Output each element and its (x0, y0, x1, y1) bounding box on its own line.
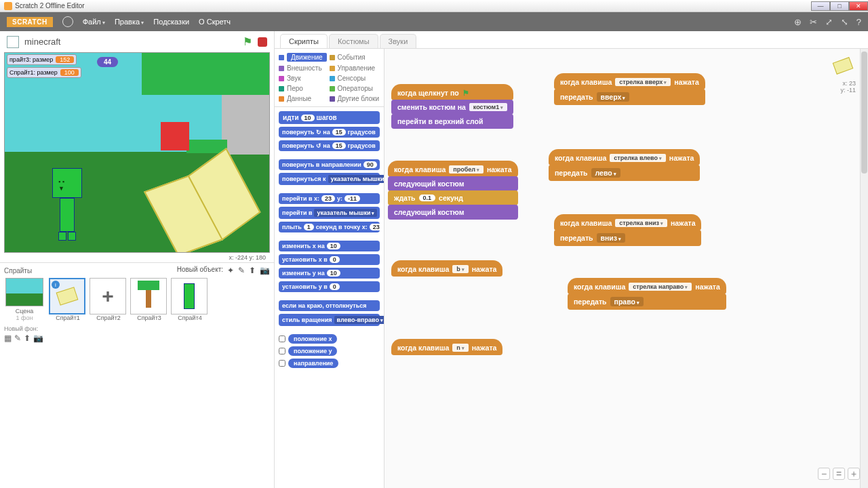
reporter-y[interactable]: положение y (279, 346, 380, 356)
menu-bar: SCRATCH Файл Правка Подсказки О Скретч ⊕… (0, 12, 868, 31)
lib-bg-icon[interactable]: ▦ (4, 333, 14, 343)
monitor-value: 100 (60, 69, 79, 76)
zoom-in-icon[interactable]: + (848, 468, 860, 480)
hat-green-flag: когда щелкнут по⚑ (391, 84, 513, 100)
grow-icon[interactable]: ⤢ (825, 17, 833, 27)
block-glide[interactable]: плыть1секунд в точку x:23 (279, 222, 380, 232)
block-switch-costume: сменить костюм накостюм1 (391, 100, 513, 115)
block-list: идти10шагов повернуть ↻ на15градусов пов… (275, 107, 384, 488)
choose-sprite-icon[interactable]: ✦ (227, 266, 234, 275)
script-stack-down[interactable]: когда клавишастрелка внизнажата передать… (554, 214, 701, 245)
sprite-item-2[interactable]: + Спрайт2 (90, 278, 127, 343)
cat-events[interactable]: События (330, 52, 380, 63)
camera-sprite-icon[interactable]: 📷 (260, 266, 270, 275)
cat-sensing[interactable]: Сенсоры (330, 73, 380, 83)
minimize-button[interactable]: — (811, 1, 830, 11)
script-stack-up[interactable]: когда клавишастрелка вверхнажата передат… (554, 73, 705, 104)
menu-edit[interactable]: Правка (115, 18, 144, 26)
stop-icon[interactable] (258, 37, 267, 47)
camera-bg-icon[interactable]: 📷 (33, 333, 46, 343)
stamp-icon[interactable]: ⊕ (794, 17, 802, 27)
block-goto-xy[interactable]: перейти в x:23y:-11 (279, 193, 380, 204)
paint-bg-icon[interactable]: ✎ (14, 333, 24, 343)
block-change-y[interactable]: изменить y на10 (279, 268, 380, 279)
info-icon[interactable]: i (52, 281, 60, 289)
sprites-heading: Спрайты (4, 267, 32, 274)
sprite-label: Спрайт1 (49, 314, 87, 321)
block-move[interactable]: идти10шагов (279, 111, 380, 124)
hat-key-right: когда клавишастрелка направонажата (568, 278, 726, 294)
script-stack-left[interactable]: когда клавишастрелка влевонажата передат… (549, 149, 700, 180)
tab-scripts[interactable]: Скрипты (280, 34, 328, 48)
reporter-dir[interactable]: направление (279, 359, 380, 368)
sprite-item-1[interactable]: i Спрайт1 (49, 278, 87, 343)
globe-icon[interactable] (62, 16, 73, 27)
script-stack-flag[interactable]: когда щелкнут по⚑ сменить костюм накостю… (391, 84, 513, 128)
block-point-to[interactable]: повернуться куказатель мышки (279, 173, 380, 185)
menu-about[interactable]: О Скретч (199, 18, 231, 26)
creeper-sprite[interactable]: ▪ ▪▼ (52, 168, 82, 243)
menu-tips[interactable]: Подсказки (153, 18, 189, 26)
variable-badge[interactable]: 44 (97, 57, 118, 67)
block-broadcast-left: передатьлево (549, 165, 700, 181)
tab-costumes[interactable]: Костюмы (329, 34, 378, 48)
block-turn-right[interactable]: повернуть ↻ на15градусов (279, 127, 380, 138)
script-stack-space[interactable]: когда клавишапробелнажата следующий кост… (388, 161, 518, 219)
help-icon[interactable]: ? (856, 17, 861, 27)
reporter-x[interactable]: положение x (279, 334, 380, 344)
cat-looks[interactable]: Внешность (279, 63, 330, 73)
brand-logo[interactable]: SCRATCH (7, 17, 53, 27)
cat-pen[interactable]: Перо (279, 83, 330, 94)
block-bounce[interactable]: если на краю, оттолкнуться (279, 300, 380, 311)
project-title[interactable]: minecraft (24, 37, 60, 47)
block-wait: ждать0.1секунд (388, 190, 518, 205)
sprite-item-4[interactable]: Спрайт4 (171, 278, 209, 343)
category-selector: Движение События Внешность Управление Зв… (275, 49, 384, 107)
cat-more[interactable]: Другие блоки (330, 94, 380, 104)
cat-motion[interactable]: Движение (279, 52, 330, 63)
stage-header: minecraft ⚑ (0, 31, 274, 52)
script-stack-right[interactable]: когда клавишастрелка направонажата перед… (568, 278, 726, 309)
upload-bg-icon[interactable]: ⬆ (24, 333, 33, 343)
script-stack-n[interactable]: когда клавишаnнажата (391, 339, 502, 354)
zoom-reset-icon[interactable]: = (833, 468, 845, 480)
monitor-value: 152 (56, 56, 74, 63)
block-turn-left[interactable]: повернуть ↺ на15градусов (279, 140, 380, 151)
cat-data[interactable]: Данные (279, 94, 330, 104)
block-change-x[interactable]: изменить x на10 (279, 241, 380, 251)
script-stack-b[interactable]: когда клавишаbнажата (391, 260, 502, 276)
stage[interactable]: ▪ ▪▼ прайт3: размер 152 Спрайт1: размер … (4, 52, 270, 253)
sprite-item-3[interactable]: Спрайт3 (130, 278, 168, 343)
block-point-dir[interactable]: повернуть в направлении90 (279, 159, 380, 170)
block-rotation-style[interactable]: стиль вращениявлево-вправо (279, 314, 380, 326)
fullscreen-icon[interactable] (7, 36, 19, 48)
maximize-button[interactable]: □ (830, 1, 849, 11)
monitor-sprite1-size[interactable]: Спрайт1: размер 100 (7, 67, 81, 78)
cat-sound[interactable]: Звук (279, 73, 330, 83)
scrollbar[interactable] (860, 49, 868, 488)
script-canvas[interactable]: x: 23y: -11 когда щелкнут по⚑ сменить ко… (384, 49, 868, 488)
monitor-sprite3-size[interactable]: прайт3: размер 152 (7, 54, 77, 65)
sprites-panel: Спрайты Новый объект: ✦ ✎ ⬆ 📷 Сцена 1 фо… (0, 262, 274, 488)
paint-sprite-icon[interactable]: ✎ (238, 266, 245, 275)
zoom-out-icon[interactable]: − (818, 468, 830, 480)
block-set-y[interactable]: установить y в0 (279, 281, 380, 292)
close-button[interactable]: ✕ (849, 1, 868, 11)
block-goto-obj[interactable]: перейти вуказатель мышки (279, 207, 380, 219)
stage-thumbnail[interactable]: Сцена 1 фон (4, 278, 45, 321)
shrink-icon[interactable]: ⤡ (841, 17, 848, 27)
duplicate-icon[interactable]: ✂ (810, 17, 817, 27)
tabs: Скрипты Костюмы Звуки (275, 31, 868, 49)
cat-operators[interactable]: Операторы (330, 83, 380, 94)
cat-control[interactable]: Управление (330, 63, 380, 73)
sprite-label: Спрайт2 (90, 314, 127, 321)
upload-sprite-icon[interactable]: ⬆ (249, 266, 256, 275)
green-flag-icon[interactable]: ⚑ (243, 35, 252, 48)
menu-file[interactable]: Файл (83, 18, 105, 26)
hat-key-space: когда клавишапробелнажата (388, 161, 518, 177)
sprite-label: Спрайт4 (171, 314, 209, 321)
app-icon (4, 2, 12, 10)
block-set-x[interactable]: установить x в0 (279, 254, 380, 265)
tab-sounds[interactable]: Звуки (380, 34, 417, 48)
block-go-to-front: перейти в верхний слой (391, 114, 513, 129)
